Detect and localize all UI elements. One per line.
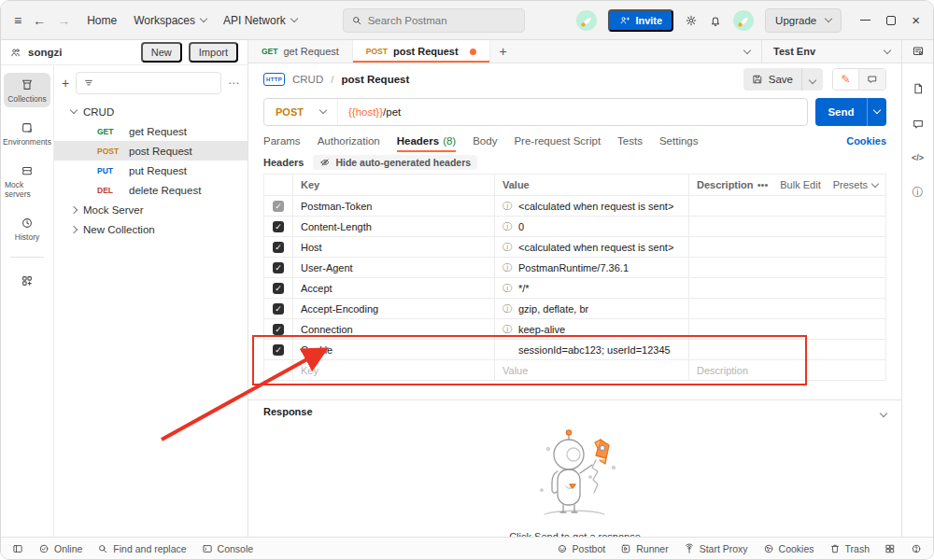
- table-row[interactable]: ✓ Accept-Encoding ⓘgzip, deflate, br: [264, 298, 885, 318]
- invite-button[interactable]: Invite: [608, 9, 673, 32]
- minimize-icon[interactable]: [860, 20, 870, 21]
- comment-icon[interactable]: [859, 69, 885, 90]
- hamburger-menu-icon[interactable]: ≡: [14, 13, 21, 28]
- sidebar-item-history[interactable]: History: [4, 211, 50, 245]
- request-get[interactable]: GET get Request: [54, 121, 248, 141]
- header-key[interactable]: User-Agent: [292, 257, 494, 277]
- nav-workspaces[interactable]: Workspaces: [134, 14, 206, 27]
- value-placeholder[interactable]: Value: [494, 359, 688, 380]
- checkbox[interactable]: ✓: [273, 283, 284, 294]
- table-row[interactable]: ✓ Postman-Token ⓘ<calculated when reques…: [264, 195, 885, 216]
- postbot-button[interactable]: Postbot: [557, 543, 606, 554]
- request-put[interactable]: PUT put Request: [54, 161, 248, 180]
- header-value[interactable]: ⓘgzip, deflate, br: [494, 298, 688, 318]
- header-description[interactable]: [688, 318, 885, 339]
- header-key[interactable]: Accept: [292, 277, 494, 298]
- tab-pre-request-script[interactable]: Pre-request Script: [514, 129, 601, 152]
- bell-icon[interactable]: [709, 14, 722, 27]
- checkbox[interactable]: ✓: [273, 262, 284, 273]
- workspace-avatar[interactable]: [576, 10, 597, 31]
- table-new-row[interactable]: Key Value Description: [264, 359, 885, 380]
- collection-mock-server[interactable]: Mock Server: [54, 200, 248, 219]
- cookies-button[interactable]: Cookies: [763, 543, 814, 554]
- send-button[interactable]: Send: [815, 98, 886, 126]
- table-more-icon[interactable]: •••: [757, 179, 769, 190]
- trash-button[interactable]: Trash: [829, 543, 870, 554]
- nav-api-network[interactable]: API Network: [223, 14, 297, 27]
- gear-icon[interactable]: [685, 14, 698, 27]
- tab-list-chevron-icon[interactable]: [733, 40, 761, 63]
- table-row[interactable]: ✓ Connection ⓘkeep-alive: [264, 318, 885, 339]
- runner-button[interactable]: Runner: [620, 543, 668, 554]
- save-options-chevron-icon[interactable]: [802, 74, 823, 85]
- cookies-link[interactable]: Cookies: [846, 129, 886, 152]
- search-input[interactable]: Search Postman: [343, 8, 525, 33]
- hide-auto-headers-button[interactable]: Hide auto-generated headers: [313, 155, 477, 170]
- header-value[interactable]: ⓘ0: [494, 216, 688, 236]
- description-placeholder[interactable]: Description: [688, 359, 885, 380]
- table-row[interactable]: ✓ Content-Length ⓘ0: [264, 216, 885, 236]
- key-placeholder[interactable]: Key: [292, 359, 494, 380]
- table-row[interactable]: ✓ Accept ⓘ*/*: [264, 277, 885, 298]
- console-button[interactable]: Console: [202, 543, 254, 554]
- breadcrumb-collection[interactable]: CRUD: [292, 74, 323, 85]
- header-value[interactable]: ⓘkeep-alive: [494, 318, 688, 339]
- online-status[interactable]: Online: [38, 543, 82, 554]
- header-key[interactable]: Accept-Encoding: [292, 298, 494, 318]
- sidebar-item-collections[interactable]: Collections: [4, 73, 50, 107]
- checkbox[interactable]: ✓: [273, 201, 284, 212]
- header-key[interactable]: Host: [292, 236, 494, 257]
- back-icon[interactable]: ←: [33, 13, 46, 28]
- nav-home[interactable]: Home: [87, 14, 117, 27]
- environment-quick-look-icon[interactable]: [912, 45, 925, 58]
- header-value[interactable]: ⓘsessionId=abc123; userId=12345: [494, 339, 688, 359]
- configure-sidebar-button[interactable]: [4, 269, 50, 291]
- maximize-icon[interactable]: [886, 16, 896, 25]
- tab-get-request[interactable]: GET get Request: [248, 40, 353, 63]
- checkbox[interactable]: ✓: [273, 324, 284, 335]
- collection-crud[interactable]: CRUD: [54, 102, 248, 121]
- send-options-chevron-icon[interactable]: [867, 98, 886, 126]
- new-tab-button[interactable]: +: [490, 40, 517, 63]
- new-button[interactable]: New: [141, 42, 182, 63]
- header-value[interactable]: ⓘ*/*: [494, 277, 688, 298]
- user-avatar[interactable]: [733, 10, 754, 31]
- import-button[interactable]: Import: [189, 42, 238, 63]
- checkbox[interactable]: ✓: [273, 303, 284, 315]
- edit-pencil-icon[interactable]: ✎: [833, 69, 859, 90]
- tab-params[interactable]: Params: [263, 129, 301, 152]
- panes-grid-icon[interactable]: [884, 543, 896, 554]
- header-description[interactable]: [688, 298, 885, 318]
- header-description[interactable]: [688, 236, 885, 257]
- header-value[interactable]: ⓘ<calculated when request is sent>: [494, 195, 688, 216]
- header-description[interactable]: [688, 195, 885, 216]
- request-post[interactable]: POST post Request: [54, 141, 248, 161]
- header-value[interactable]: ⓘPostmanRuntime/7.36.1: [494, 257, 688, 277]
- sidebar-item-environments[interactable]: Environments: [4, 116, 50, 150]
- request-delete[interactable]: DEL delete Request: [54, 180, 248, 200]
- more-actions-icon[interactable]: ⋯: [228, 77, 240, 90]
- documentation-icon[interactable]: [912, 82, 925, 95]
- table-row-cookie[interactable]: ✓ Cookie ⓘsessionId=abc123; userId=12345: [264, 339, 885, 359]
- comments-icon[interactable]: [912, 118, 925, 131]
- tab-authorization[interactable]: Authorization: [318, 129, 380, 152]
- help-icon[interactable]: [911, 543, 922, 554]
- sidebar-toggle-icon[interactable]: [12, 543, 23, 554]
- tab-settings[interactable]: Settings: [659, 129, 699, 152]
- start-proxy-button[interactable]: Start Proxy: [684, 543, 748, 554]
- collections-filter-input[interactable]: [76, 72, 221, 94]
- method-selector[interactable]: POST: [264, 99, 338, 125]
- checkbox[interactable]: ✓: [273, 221, 284, 232]
- forward-icon[interactable]: →: [57, 13, 70, 28]
- url-input[interactable]: {{host}}/pet: [338, 106, 411, 118]
- find-and-replace[interactable]: Find and replace: [97, 543, 186, 554]
- add-collection-icon[interactable]: +: [62, 76, 69, 91]
- workspace-name[interactable]: songzi: [28, 47, 62, 58]
- close-icon[interactable]: ×: [912, 16, 920, 25]
- upgrade-button[interactable]: Upgrade: [765, 8, 842, 33]
- save-button[interactable]: Save: [743, 68, 823, 91]
- header-description[interactable]: [688, 339, 885, 359]
- bulk-edit-button[interactable]: Bulk Edit: [780, 179, 820, 190]
- breadcrumb-request[interactable]: post Request: [341, 74, 409, 85]
- request-info-icon[interactable]: ⓘ: [913, 185, 924, 201]
